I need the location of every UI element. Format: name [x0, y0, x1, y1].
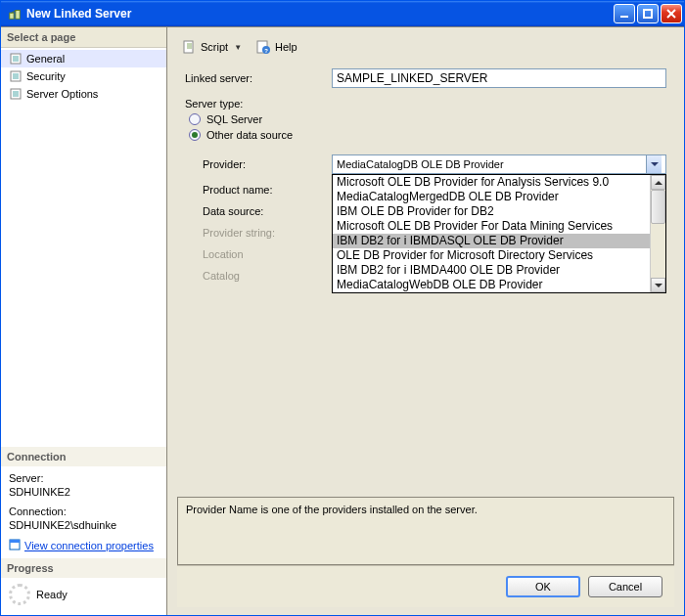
sidebar-item-label: Server Options [26, 88, 98, 100]
window-title: New Linked Server [26, 7, 614, 21]
progress-header: Progress [1, 558, 166, 578]
page-icon [9, 52, 23, 66]
provider-option[interactable]: MediaCatalogMergedDB OLE DB Provider [333, 190, 650, 204]
dropdown-scrollbar[interactable] [650, 175, 665, 292]
sidebar-item-security[interactable]: Security [1, 67, 166, 85]
progress-spinner-icon [9, 584, 30, 605]
view-connection-properties-link[interactable]: View connection properties [9, 539, 154, 552]
sidebar-item-label: Security [26, 70, 66, 82]
linked-server-label: Linked server: [185, 72, 332, 84]
catalog-label: Catalog [203, 270, 332, 282]
server-type-label: Server type: [185, 98, 332, 110]
connection-header: Connection [1, 447, 166, 466]
minimize-button[interactable] [614, 4, 635, 23]
dialog-footer: OK Cancel [177, 565, 674, 607]
radio-icon [189, 113, 201, 125]
cancel-button[interactable]: Cancel [588, 576, 662, 597]
connection-label: Connection: [9, 506, 159, 517]
provider-option[interactable]: Microsoft OLE DB Provider For Data Minin… [333, 219, 650, 234]
sidebar-item-server-options[interactable]: Server Options [1, 85, 166, 103]
radio-other-data-source[interactable]: Other data source [189, 129, 666, 141]
chevron-down-icon[interactable] [646, 155, 662, 173]
maximize-button[interactable] [637, 4, 659, 23]
svg-rect-1 [16, 11, 20, 20]
provider-option[interactable]: IBM DB2 for i IBMDASQL OLE DB Provider [333, 234, 650, 248]
script-icon [181, 39, 197, 55]
ok-button[interactable]: OK [506, 576, 580, 597]
select-page-header: Select a page [1, 27, 166, 48]
radio-icon [189, 129, 201, 141]
progress-status: Ready [36, 589, 68, 600]
svg-rect-4 [644, 10, 652, 18]
help-text-box: Provider Name is one of the providers in… [177, 497, 674, 565]
sidebar: Select a page General Security Server Op… [1, 27, 167, 615]
sidebar-item-general[interactable]: General [1, 50, 166, 67]
page-icon [9, 87, 23, 101]
properties-icon [9, 539, 21, 552]
titlebar[interactable]: New Linked Server [1, 1, 684, 26]
page-icon [9, 69, 23, 83]
data-source-label: Data source: [203, 205, 332, 217]
help-icon: ? [255, 39, 271, 55]
provider-dropdown[interactable]: MediaCatalogDB OLE DB Provider Microsoft… [332, 154, 666, 174]
sidebar-item-label: General [26, 53, 65, 65]
provider-label: Provider: [203, 158, 332, 170]
scroll-down-button[interactable] [651, 278, 665, 292]
scroll-thumb[interactable] [651, 190, 665, 224]
main-panel: Script ▼ ? Help Linked server: Server ty… [167, 27, 684, 615]
svg-rect-21 [184, 41, 193, 53]
provider-option[interactable]: IBM OLE DB Provider for DB2 [333, 204, 650, 219]
location-label: Location [203, 248, 332, 260]
linked-server-input[interactable] [332, 68, 666, 88]
scroll-up-button[interactable] [651, 175, 665, 190]
product-name-label: Product name: [203, 184, 332, 196]
radio-sql-server[interactable]: SQL Server [189, 113, 666, 125]
app-icon [7, 6, 23, 22]
connection-value: SDHUINKE2\sdhuinke [9, 519, 159, 531]
help-button[interactable]: ? Help [251, 37, 301, 57]
script-button[interactable]: Script ▼ [177, 37, 246, 57]
provider-dropdown-list: Microsoft OLE DB Provider for Analysis S… [332, 174, 666, 293]
server-label: Server: [9, 472, 159, 484]
svg-rect-0 [10, 13, 14, 19]
provider-option[interactable]: OLE DB Provider for Microsoft Directory … [333, 248, 650, 263]
server-value: SDHUINKE2 [9, 486, 159, 498]
scroll-track[interactable] [651, 190, 665, 278]
svg-text:?: ? [264, 48, 268, 54]
provider-string-label: Provider string: [203, 227, 332, 239]
provider-option[interactable]: IBM DB2 for i IBMDA400 OLE DB Provider [333, 263, 650, 278]
close-button[interactable] [661, 4, 682, 23]
provider-option[interactable]: MediaCatalogWebDB OLE DB Provider [333, 278, 650, 292]
toolbar: Script ▼ ? Help [177, 33, 674, 65]
provider-option[interactable]: Microsoft OLE DB Provider for Analysis S… [333, 175, 650, 190]
svg-rect-20 [10, 540, 20, 543]
chevron-down-icon: ▼ [234, 43, 242, 52]
dialog-window: New Linked Server Select a page General … [0, 0, 685, 616]
